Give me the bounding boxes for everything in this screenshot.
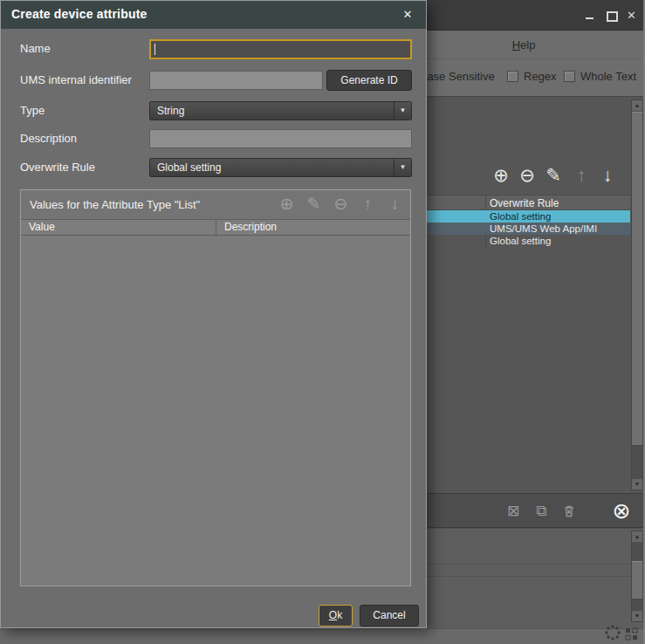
type-dropdown[interactable]: String ▼ — [149, 101, 412, 120]
values-table-header: Value Description — [21, 219, 410, 236]
scroll-down-icon[interactable]: ▼ — [632, 479, 642, 490]
value-column-header[interactable]: Value — [21, 220, 216, 235]
ums-id-input[interactable] — [149, 71, 323, 90]
screen: ✕ Help Case Sensitive Regex Whole Text ⊕… — [0, 0, 645, 644]
overwrite-rule-label: Overwrite Rule — [20, 161, 95, 174]
maximize-icon[interactable] — [604, 9, 617, 22]
close-circle-icon[interactable]: ⊗ — [610, 499, 633, 522]
name-field-wrapper — [149, 39, 412, 59]
description-column-header[interactable]: Description — [216, 220, 410, 235]
scrollbar-thumb[interactable] — [632, 561, 642, 599]
ok-label: k — [337, 609, 342, 621]
move-up-icon[interactable]: ↑ — [571, 165, 592, 186]
remove-value-icon[interactable]: ⊖ — [333, 195, 349, 214]
minimize-icon[interactable] — [583, 9, 596, 22]
overwrite-rule-dropdown[interactable]: Global setting ▼ — [149, 158, 412, 177]
spinner-dots-icon[interactable] — [604, 624, 621, 644]
dialog-titlebar[interactable]: Create device attribute ✕ — [1, 1, 426, 29]
ok-button[interactable]: Ok — [319, 605, 353, 627]
add-attribute-icon[interactable]: ⊕ — [491, 165, 511, 186]
move-value-up-icon[interactable]: ↑ — [360, 195, 376, 214]
checkbox-label-case-sensitive: Case Sensitive — [419, 70, 495, 83]
vertical-scrollbar: ▲ ▼ — [631, 99, 643, 490]
overwrite-rule-column-header: Overwrite Rule — [490, 197, 559, 209]
move-value-down-icon[interactable]: ↓ — [387, 195, 403, 214]
chevron-down-icon: ▼ — [394, 102, 411, 120]
checkbox-regex[interactable] — [507, 71, 518, 82]
edit-value-icon[interactable]: ✎ — [305, 195, 322, 214]
checkbox-whole-text[interactable] — [564, 71, 575, 82]
generate-id-button[interactable]: Generate ID — [326, 70, 412, 91]
values-table-body[interactable] — [21, 236, 410, 586]
delete-icon[interactable] — [560, 504, 578, 521]
add-value-icon[interactable]: ⊕ — [278, 195, 295, 214]
vertical-scrollbar-lower: ▲ ▼ — [631, 531, 643, 622]
description-input[interactable] — [149, 129, 412, 148]
dialog-close-icon[interactable]: ✕ — [401, 8, 415, 22]
description-label: Description — [20, 132, 77, 145]
create-device-attribute-dialog: Create device attribute ✕ Name UMS inter… — [0, 0, 427, 628]
scroll-up-icon[interactable]: ▲ — [632, 531, 642, 542]
grid-icon[interactable] — [625, 627, 638, 644]
values-toolbar: ⊕ ✎ ⊖ ↑ ↓ — [278, 195, 403, 214]
window-controls: ✕ — [583, 9, 638, 22]
status-strip — [0, 628, 645, 644]
scroll-down-icon[interactable]: ▼ — [632, 611, 642, 621]
type-label: Type — [20, 104, 45, 117]
values-group-box: Values for the Attribute Type "List" ⊕ ✎… — [20, 189, 411, 586]
dialog-title: Create device attribute — [11, 7, 148, 21]
chevron-down-icon: ▼ — [394, 159, 411, 176]
help-mnemonic: H — [512, 38, 520, 51]
clear-selection-icon[interactable]: ⊠ — [504, 503, 522, 520]
name-label: Name — [20, 42, 51, 55]
checkbox-label-whole-text: Whole Text — [580, 70, 636, 83]
move-down-icon[interactable]: ↓ — [597, 165, 618, 186]
overwrite-rule-value: Global setting — [150, 161, 221, 174]
remove-attribute-icon[interactable]: ⊖ — [517, 165, 538, 186]
cancel-button[interactable]: Cancel — [360, 605, 419, 627]
checkbox-label-regex: Regex — [524, 70, 557, 83]
help-label: elp — [520, 38, 535, 51]
trash-icon — [561, 504, 577, 519]
text-caret — [154, 44, 155, 55]
ums-id-label: UMS internal identifier — [20, 73, 132, 86]
name-input[interactable] — [151, 41, 410, 58]
edit-attribute-icon[interactable]: ✎ — [543, 165, 564, 186]
scroll-up-icon[interactable]: ▲ — [632, 100, 642, 111]
copy-icon[interactable]: ⧉ — [532, 503, 550, 520]
help-button[interactable]: Help — [471, 34, 576, 56]
close-window-icon[interactable]: ✕ — [625, 9, 638, 22]
scrollbar-thumb[interactable] — [632, 112, 642, 446]
values-group-title: Values for the Attribute Type "List" — [30, 198, 200, 211]
type-value: String — [150, 105, 184, 117]
ok-mnemonic: O — [329, 609, 337, 621]
